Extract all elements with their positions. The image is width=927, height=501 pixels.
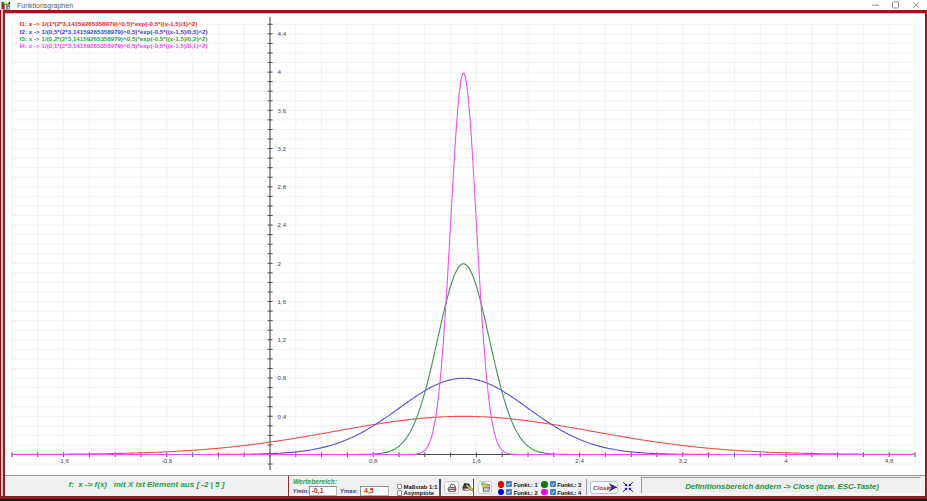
svg-text:3,2: 3,2: [678, 457, 687, 464]
svg-text:f3: x -> 1/(0,2*(2*3,14159265: f3: x -> 1/(0,2*(2*3,14159265358979)^0,5…: [20, 35, 208, 42]
svg-text:1,6: 1,6: [472, 457, 481, 464]
svg-text:0,8: 0,8: [278, 374, 287, 381]
svg-text:f4: x -> 1/(0,1*(2*3,14159265: f4: x -> 1/(0,1*(2*3,14159265358979)^0,5…: [20, 42, 208, 49]
svg-text:f1: x -> 1/(1*(2*3,1415926535: f1: x -> 1/(1*(2*3,14159265358979)^0,5)*…: [20, 20, 198, 27]
svg-text:0,4: 0,4: [278, 413, 287, 420]
svg-text:-0,8: -0,8: [161, 457, 172, 464]
svg-text:4,4: 4,4: [278, 30, 287, 37]
svg-text:4: 4: [784, 457, 788, 464]
svg-text:1,2: 1,2: [278, 336, 287, 343]
svg-text:2,4: 2,4: [278, 221, 287, 228]
svg-text:f2: x -> 1/(0,5*(2*3,14159265: f2: x -> 1/(0,5*(2*3,14159265358979)^0,5…: [20, 28, 208, 35]
svg-text:4: 4: [278, 68, 282, 75]
svg-text:-1,6: -1,6: [58, 457, 69, 464]
svg-text:3,2: 3,2: [278, 145, 287, 152]
svg-text:4,8: 4,8: [885, 457, 894, 464]
svg-text:3,6: 3,6: [278, 107, 287, 114]
svg-text:0,8: 0,8: [369, 457, 378, 464]
svg-text:2: 2: [278, 260, 282, 267]
svg-text:2,4: 2,4: [575, 457, 584, 464]
svg-text:2,8: 2,8: [278, 183, 287, 190]
svg-text:1,6: 1,6: [278, 298, 287, 305]
